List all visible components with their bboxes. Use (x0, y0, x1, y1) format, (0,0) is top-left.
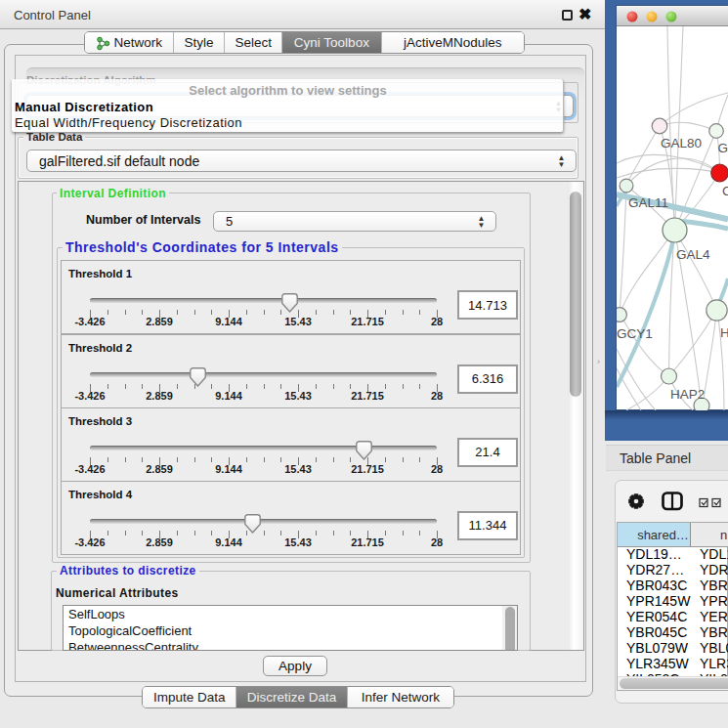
svg-text:GAL80: GAL80 (661, 136, 702, 150)
svg-text:HI: HI (720, 325, 728, 340)
svg-text:HAP2: HAP2 (670, 387, 705, 402)
svg-text:GAL4: GAL4 (676, 247, 710, 262)
svg-text:CY: CY (722, 184, 728, 198)
svg-text:GAL1: GAL1 (718, 141, 728, 155)
svg-text:GAL11: GAL11 (628, 195, 668, 210)
svg-text:GCY1: GCY1 (617, 326, 653, 341)
